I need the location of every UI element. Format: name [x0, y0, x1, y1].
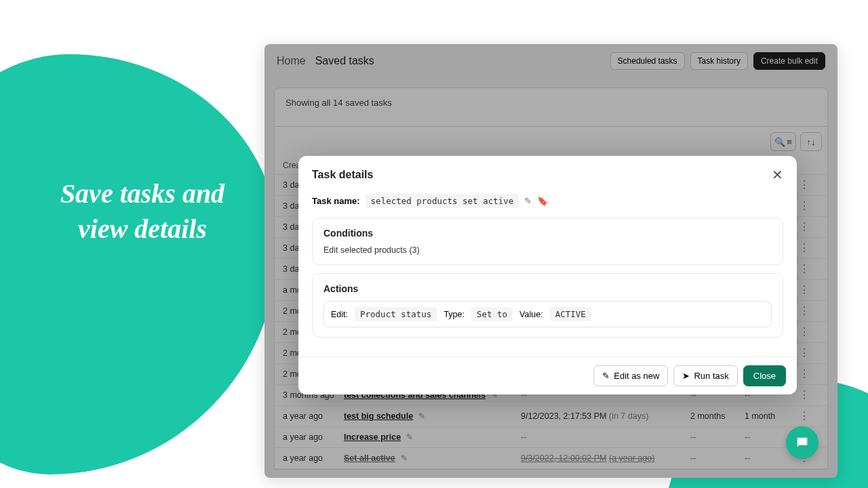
row-menu-icon[interactable]: ⋮ — [799, 389, 810, 401]
promo-headline: Save tasks and view details — [41, 176, 244, 247]
search-filter-button[interactable]: 🔍≡ — [770, 132, 796, 151]
filter-icon: ≡ — [787, 137, 792, 147]
breadcrumb-home[interactable]: Home — [277, 55, 306, 67]
create-bulk-edit-button[interactable]: Create bulk edit — [753, 52, 825, 70]
table-row[interactable]: a year agoSet all active✎9/3/2022, 12:00… — [275, 448, 827, 469]
edit-as-new-button[interactable]: ✎Edit as new — [593, 365, 668, 386]
task-link[interactable]: Increase price — [344, 432, 401, 442]
task-history-button[interactable]: Task history — [690, 52, 748, 70]
table-row[interactable]: a year agotest big schedule✎9/12/2023, 2… — [275, 406, 827, 427]
sort-button[interactable]: ↑↓ — [800, 132, 822, 151]
pencil-icon[interactable]: ✎ — [401, 453, 408, 463]
chat-fab[interactable] — [786, 426, 818, 459]
task-details-modal: Task details ✕ Task name: selected produ… — [298, 156, 797, 394]
actions-card: Actions Edit: Product status Type: Set t… — [312, 273, 783, 338]
row-menu-icon[interactable]: ⋮ — [799, 179, 810, 190]
task-link[interactable]: test big schedule — [344, 411, 413, 421]
edit-name-icon[interactable]: ✎ — [524, 196, 532, 206]
task-name-row: Task name: selected products set active … — [312, 194, 783, 208]
action-value-value: ACTIVE — [550, 307, 591, 321]
action-row: Edit: Product status Type: Set to Value:… — [323, 301, 772, 327]
task-name-value: selected products set active — [366, 194, 519, 208]
close-icon[interactable]: ✕ — [772, 167, 783, 183]
table-toolbar: 🔍≡ ↑↓ — [274, 127, 828, 157]
row-menu-icon[interactable]: ⋮ — [799, 221, 810, 232]
sort-icon: ↑↓ — [807, 137, 816, 147]
task-link[interactable]: Set all active — [344, 453, 395, 463]
row-menu-icon[interactable]: ⋮ — [799, 200, 810, 211]
action-type-value: Set to — [471, 307, 513, 321]
pencil-icon: ✎ — [602, 371, 610, 381]
chat-icon — [795, 435, 810, 450]
conditions-card: Conditions Edit selected products (3) — [312, 218, 783, 265]
conditions-text: Edit selected products (3) — [323, 245, 772, 255]
pencil-icon[interactable]: ✎ — [406, 432, 413, 442]
modal-title: Task details — [312, 169, 373, 181]
app-window: Home Saved tasks Scheduled tasks Task hi… — [264, 44, 837, 478]
row-menu-icon[interactable]: ⋮ — [799, 284, 810, 296]
close-button[interactable]: Close — [743, 365, 786, 386]
action-value-label: Value: — [519, 310, 543, 319]
breadcrumb-current: Saved tasks — [315, 55, 374, 67]
table-row[interactable]: a year agoIncrease price✎------⋮ — [275, 427, 827, 448]
action-type-label: Type: — [443, 310, 465, 319]
actions-title: Actions — [323, 283, 772, 294]
action-edit-label: Edit: — [331, 310, 348, 319]
row-menu-icon[interactable]: ⋮ — [799, 410, 810, 422]
row-menu-icon[interactable]: ⋮ — [799, 326, 810, 338]
scheduled-tasks-button[interactable]: Scheduled tasks — [610, 52, 685, 70]
bookmark-icon[interactable]: 🔖 — [537, 196, 548, 206]
pencil-icon[interactable]: ✎ — [418, 411, 425, 421]
conditions-title: Conditions — [323, 228, 772, 239]
row-menu-icon[interactable]: ⋮ — [799, 347, 810, 359]
task-name-label: Task name: — [312, 196, 360, 206]
row-menu-icon[interactable]: ⋮ — [799, 242, 810, 253]
run-icon: ➤ — [682, 371, 690, 381]
row-menu-icon[interactable]: ⋮ — [799, 263, 810, 274]
breadcrumb: Home Saved tasks — [277, 55, 374, 67]
action-edit-value: Product status — [355, 307, 437, 321]
row-menu-icon[interactable]: ⋮ — [799, 368, 810, 380]
search-icon: 🔍 — [774, 137, 785, 147]
app-header: Home Saved tasks Scheduled tasks Task hi… — [264, 44, 837, 78]
row-menu-icon[interactable]: ⋮ — [799, 305, 810, 317]
run-task-button[interactable]: ➤Run task — [673, 365, 737, 386]
info-bar: Showing all 14 saved tasks — [274, 87, 828, 127]
